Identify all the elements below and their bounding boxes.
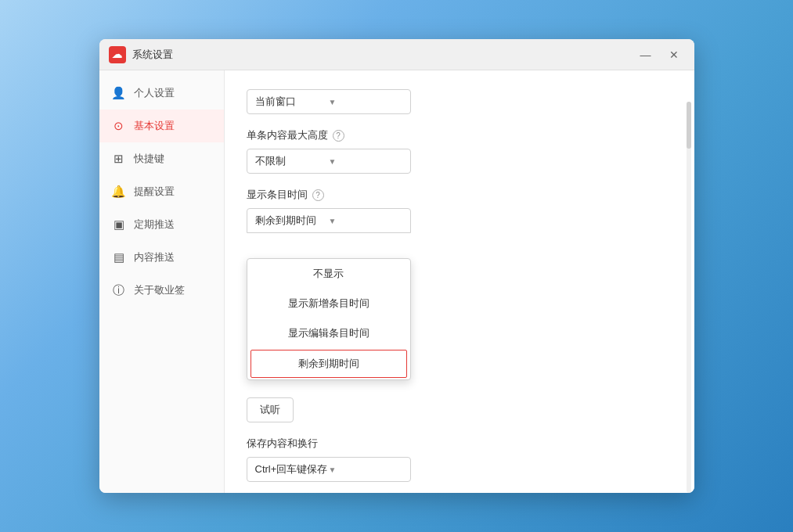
main-content: 当前窗口 ▼ 单条内容最大高度 ? 不限制 ▼ 显示条目时间 ? 剩余到期时间 … [225, 70, 694, 493]
display-time-hint-icon[interactable]: ? [312, 189, 324, 201]
sidebar-label-shortcuts: 快捷键 [134, 152, 164, 166]
max-height-label: 单条内容最大高度 ? [247, 128, 672, 142]
sidebar-item-scheduled[interactable]: ▣ 定期推送 [99, 208, 224, 241]
try-button[interactable]: 试听 [247, 397, 294, 422]
window-controls: — ✕ [635, 44, 685, 66]
open-window-value: 当前窗口 [255, 95, 329, 109]
minimize-button[interactable]: — [635, 44, 657, 66]
sidebar: 👤 个人设置 ⊙ 基本设置 ⊞ 快捷键 🔔 提醒设置 ▣ 定期推送 ▤ 内容推送 [99, 70, 225, 493]
sidebar-item-basic[interactable]: ⊙ 基本设置 [99, 110, 224, 142]
save-content-label: 保存内容和换行 [247, 437, 672, 451]
display-time-arrow-icon: ▼ [329, 217, 402, 225]
display-time-value: 剩余到期时间 [255, 214, 329, 228]
bell-icon: 🔔 [112, 185, 126, 199]
try-row: 试听 [247, 397, 672, 422]
settings-icon: ⊙ [112, 119, 126, 133]
content-icon: ▤ [112, 250, 126, 264]
sidebar-label-basic: 基本设置 [134, 119, 175, 133]
sidebar-item-reminders[interactable]: 🔔 提醒设置 [99, 175, 224, 208]
max-height-value: 不限制 [255, 154, 329, 168]
dropdown-item-edit-time[interactable]: 显示编辑条目时间 [247, 318, 410, 348]
sidebar-item-shortcuts[interactable]: ⊞ 快捷键 [99, 142, 224, 175]
save-content-arrow-icon: ▼ [329, 466, 402, 474]
sidebar-item-personal[interactable]: 👤 个人设置 [99, 77, 224, 110]
save-content-select[interactable]: Ctrl+回车键保存 ▼ [247, 457, 411, 482]
main-window: ☁ 系统设置 — ✕ 👤 个人设置 ⊙ 基本设置 ⊞ 快捷键 [99, 39, 694, 493]
sidebar-item-about[interactable]: ⓘ 关于敬业签 [99, 274, 224, 307]
sidebar-label-content: 内容推送 [134, 250, 175, 264]
max-height-select[interactable]: 不限制 ▼ [247, 149, 411, 174]
sidebar-item-content[interactable]: ▤ 内容推送 [99, 241, 224, 274]
sidebar-label-about: 关于敬业签 [134, 283, 185, 297]
scrollbar-track [687, 102, 691, 493]
dropdown-item-hide[interactable]: 不显示 [247, 259, 410, 289]
sidebar-label-personal: 个人设置 [134, 86, 175, 100]
max-height-hint-icon[interactable]: ? [333, 130, 344, 142]
open-window-select[interactable]: 当前窗口 ▼ [247, 89, 411, 114]
dropdown-item-add-time[interactable]: 显示新增条目时间 [247, 289, 410, 318]
info-circle-icon: ⓘ [112, 283, 126, 297]
close-button[interactable]: ✕ [663, 44, 685, 66]
window-title: 系统设置 [132, 48, 635, 62]
sidebar-label-scheduled: 定期推送 [134, 217, 175, 232]
titlebar: ☁ 系统设置 — ✕ [99, 39, 694, 70]
keyboard-icon: ⊞ [112, 152, 126, 166]
max-height-arrow-icon: ▼ [329, 157, 402, 166]
save-content-value: Ctrl+回车键保存 [255, 462, 329, 476]
display-time-select[interactable]: 剩余到期时间 ▼ [247, 208, 411, 233]
app-icon: ☁ [109, 46, 126, 63]
scrollbar-thumb[interactable] [687, 102, 691, 149]
calendar-icon: ▣ [112, 217, 126, 232]
content-area: 👤 个人设置 ⊙ 基本设置 ⊞ 快捷键 🔔 提醒设置 ▣ 定期推送 ▤ 内容推送 [99, 70, 694, 493]
person-icon: 👤 [112, 86, 126, 100]
open-window-arrow-icon: ▼ [329, 98, 402, 106]
sidebar-label-reminders: 提醒设置 [134, 185, 175, 199]
dropdown-item-remaining[interactable]: 剩余到期时间 [251, 350, 407, 378]
display-time-section-label: 显示条目时间 ? [247, 188, 672, 202]
display-time-dropdown: 不显示 显示新增条目时间 显示编辑条目时间 剩余到期时间 [247, 258, 411, 380]
